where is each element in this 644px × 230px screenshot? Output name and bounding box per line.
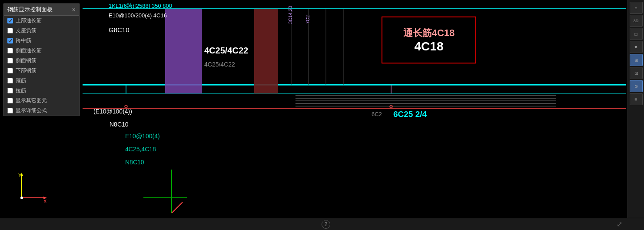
x-axis-label: X [43,199,47,204]
1l20-label: 3C14,20 [288,0,293,24]
control-panel: 钢筋显示控制面板 × 上部通长筋支座负筋跨中筋侧面通长筋侧面钢筋下部钢筋箍筋拉筋… [3,3,80,116]
target-tool-button[interactable]: ⊙ [630,80,643,92]
checkbox-mid-span[interactable] [7,38,13,43]
3d-view-button[interactable]: 3D [630,15,643,27]
checkbox-show-others[interactable] [7,98,13,103]
e8-200-label: 7C2 [305,0,310,24]
label-show-formula: 显示详细公式 [16,107,47,114]
checkbox-show-formula[interactable] [7,108,13,113]
label-bottom-rebar: 下部钢筋 [16,67,37,74]
4c25-sub-label: 4C25/4C22 [204,61,235,68]
svg-line-21 [172,202,183,213]
checkbox-tie-bar[interactable] [7,88,13,93]
panel-item-side-continuous: 侧面通长筋 [4,46,79,56]
svg-point-15 [125,105,127,108]
panel-item-stirrup: 箍筋 [4,76,79,86]
svg-rect-11 [165,9,202,93]
checkbox-side-rebar[interactable] [7,58,13,63]
circle-tool-button[interactable]: ○ [630,2,643,14]
e10-label: E10@100/200(4) 4C16 [109,12,167,19]
svg-marker-25 [43,197,47,199]
highlight-bottom-text: 4C18 [415,40,444,53]
checkbox-stirrup[interactable] [7,78,13,83]
highlight-top-text: 通长筋4C18 [403,27,455,40]
label-mid-span: 跨中筋 [16,37,31,44]
label-stirrup: 箍筋 [16,77,26,84]
label-show-others: 显示其它图元 [16,97,47,104]
frame-tool-button[interactable]: ⊡ [630,67,643,79]
n8c10-sub: N8C10 [125,159,144,166]
e10-100-4-bottom: (E10@100(4)) [93,108,132,115]
panel-item-support-neg: 支座负筋 [4,26,79,36]
svg-marker-23 [20,173,23,176]
checkbox-support-neg[interactable] [7,28,13,33]
panel-item-tie-bar: 拉筋 [4,86,79,96]
e10-100-4-sub: E10@100(4) [125,133,160,140]
right-toolbar: ○ 3D □ ▼ ⊞ ⊡ ⊙ ≡ [627,0,644,230]
n8c10-label: N8C10 [110,121,129,128]
label-side-rebar: 侧面钢筋 [16,57,37,64]
expand-icon[interactable]: ⤢ [617,220,622,228]
kl1-label: 1KL1(6跨)[2588] 350 800 [109,2,172,10]
list-tool-button[interactable]: ≡ [630,93,643,105]
panel-items: 上部通长筋支座负筋跨中筋侧面通长筋侧面钢筋下部钢筋箍筋拉筋显示其它图元显示详细公… [4,16,79,116]
highlight-box: 通长筋4C18 4C18 [382,17,476,63]
panel-title: 钢筋显示控制面板 × [4,4,79,16]
6c25-main: 6C25 2/4 [393,110,427,119]
label-support-neg: 支座负筋 [16,27,37,34]
y-axis-label: Y [18,173,22,178]
dropdown-button[interactable]: ▼ [630,41,643,53]
panel-item-side-rebar: 侧面钢筋 [4,56,79,66]
panel-item-mid-span: 跨中筋 [4,36,79,46]
checkbox-bottom-rebar[interactable] [7,68,13,73]
panel-title-text: 钢筋显示控制面板 [7,6,53,13]
4c25-main-label: 4C25/4C22 [204,46,248,56]
6c25-prefix: 6C2 [372,111,382,117]
panel-item-bottom-rebar: 下部钢筋 [4,66,79,76]
box-tool-button[interactable]: □ [630,28,643,40]
svg-point-16 [390,105,392,108]
panel-item-top-continuous: 上部通长筋 [4,16,79,26]
bottom-bar: 2 ⤢ [0,218,644,230]
svg-rect-12 [254,9,278,93]
coord-axes: Y X [9,172,52,208]
circle-2-indicator: 2 [322,220,330,229]
grid-tool-button[interactable]: ⊞ [630,54,643,66]
close-button[interactable]: × [72,6,76,13]
label-top-continuous: 上部通长筋 [16,17,42,24]
4c25-4c18-sub: 4C25,4C18 [125,146,156,153]
g8c10-label: G8C10 [109,26,129,33]
panel-item-show-formula: 显示详细公式 [4,106,79,116]
label-side-continuous: 侧面通长筋 [16,47,42,54]
svg-point-26 [20,197,23,199]
checkbox-side-continuous[interactable] [7,48,13,53]
checkbox-top-continuous[interactable] [7,18,13,23]
label-tie-bar: 拉筋 [16,87,26,94]
panel-item-show-others: 显示其它图元 [4,96,79,106]
